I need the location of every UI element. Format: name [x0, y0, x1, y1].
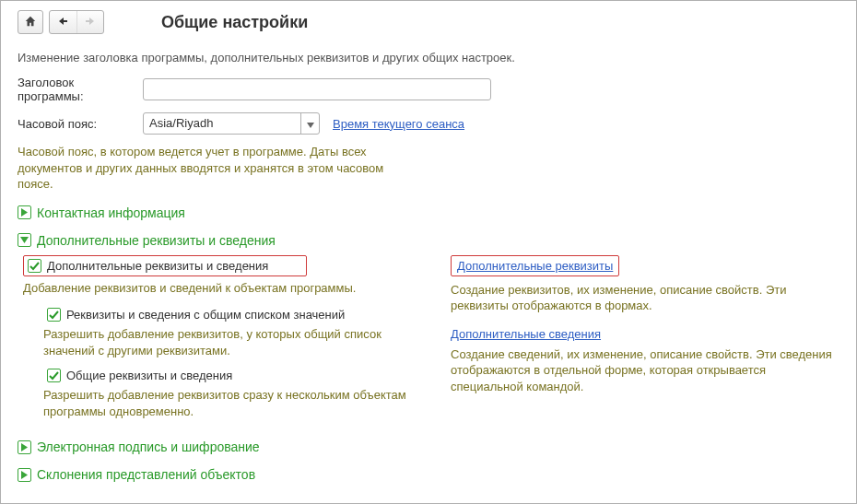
section-declensions[interactable]: Склонения представлений объектов: [18, 467, 839, 482]
additional-main-checkbox[interactable]: [28, 259, 41, 273]
additional-info-link-row: Дополнительные сведения: [451, 327, 839, 341]
common-hint: Разрешить добавление реквизитов сразу к …: [43, 387, 423, 419]
arrow-right-icon: [85, 16, 96, 29]
page-title: Общие настройки: [161, 13, 308, 32]
additional-left-col: Дополнительные реквизиты и сведения Доба…: [18, 255, 423, 428]
nav-buttons: [49, 10, 104, 34]
info-hint: Создание сведений, их изменение, описани…: [451, 346, 838, 395]
additional-requisites-link-box: Дополнительные реквизиты: [451, 255, 619, 276]
expand-icon: [18, 440, 31, 454]
timezone-value: Asia/Riyadh: [144, 113, 300, 134]
sub-block-shared-list: Реквизиты и сведения с общим списком зна…: [43, 305, 423, 419]
program-title-input[interactable]: [143, 78, 491, 100]
timezone-combo[interactable]: Asia/Riyadh: [143, 112, 320, 135]
timezone-row: Часовой пояс: Asia/Riyadh Время текущего…: [18, 112, 839, 135]
additional-requisites-link[interactable]: Дополнительные реквизиты: [457, 259, 613, 273]
session-time-link[interactable]: Время текущего сеанса: [333, 117, 464, 131]
arrow-left-icon: [57, 16, 68, 29]
common-checkbox-row: Общие реквизиты и сведения: [43, 366, 423, 385]
timezone-hint: Часовой пояс, в котором ведется учет в п…: [18, 144, 405, 193]
common-label: Общие реквизиты и сведения: [66, 369, 232, 382]
section-digital-signature[interactable]: Электронная подпись и шифрование: [18, 440, 839, 454]
page-description: Изменение заголовка программы, дополните…: [18, 51, 839, 64]
section-label: Склонения представлений объектов: [37, 467, 255, 482]
additional-info-link[interactable]: Дополнительные сведения: [451, 327, 601, 341]
expand-icon: [18, 468, 31, 482]
section-additional-props[interactable]: Дополнительные реквизиты и сведения: [18, 233, 839, 248]
shared-list-hint: Разрешить добавление реквизитов, у котор…: [43, 326, 423, 358]
home-icon: [24, 15, 37, 30]
section-contact-info[interactable]: Контактная информация: [18, 205, 839, 220]
shared-list-label: Реквизиты и сведения с общим списком зна…: [66, 308, 345, 322]
expand-icon: [18, 205, 31, 219]
additional-main-checkbox-row: Дополнительные реквизиты и сведения: [23, 255, 307, 276]
additional-main-hint: Добавление реквизитов и сведений к объек…: [23, 280, 410, 297]
program-title-row: Заголовок программы:: [18, 76, 839, 103]
toolbar: Общие настройки: [18, 10, 839, 34]
additional-columns: Дополнительные реквизиты и сведения Доба…: [18, 255, 839, 428]
chevron-down-icon: [307, 117, 314, 131]
back-button[interactable]: [50, 11, 76, 33]
additional-main-label: Дополнительные реквизиты и сведения: [47, 259, 268, 273]
section-label: Дополнительные реквизиты и сведения: [37, 233, 276, 248]
timezone-label: Часовой пояс:: [18, 117, 143, 131]
section-label: Контактная информация: [37, 205, 185, 220]
additional-right-col: Дополнительные реквизиты Создание реквиз…: [451, 255, 839, 428]
shared-list-checkbox[interactable]: [47, 308, 61, 322]
collapse-icon: [18, 233, 31, 247]
timezone-dropdown-button[interactable]: [300, 113, 319, 134]
common-checkbox[interactable]: [47, 369, 61, 382]
forward-button[interactable]: [76, 11, 104, 33]
shared-list-checkbox-row: Реквизиты и сведения с общим списком зна…: [43, 305, 423, 324]
requisites-hint: Создание реквизитов, их изменение, описа…: [451, 282, 838, 314]
section-label: Электронная подпись и шифрование: [37, 440, 260, 454]
home-button[interactable]: [18, 10, 43, 34]
program-title-label: Заголовок программы:: [18, 76, 143, 103]
